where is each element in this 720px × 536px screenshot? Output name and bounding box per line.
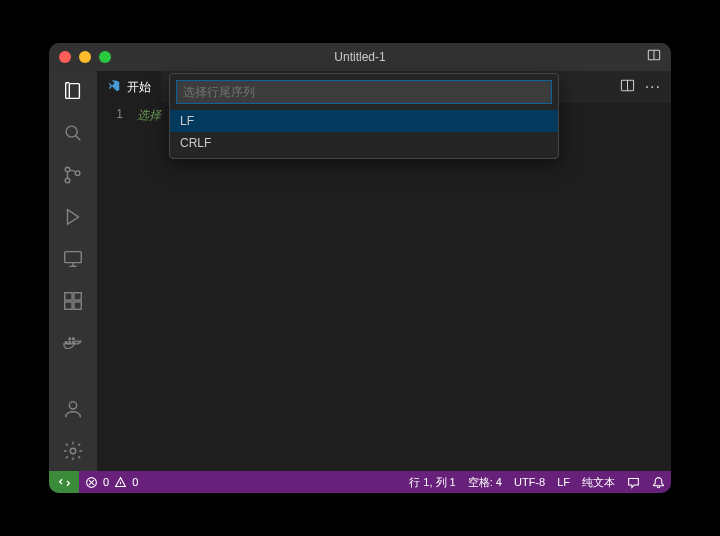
problems-button[interactable]: 0 0 [79,471,144,493]
editor-actions: ··· [620,78,671,97]
quick-pick-list: LF CRLF [170,110,558,158]
notifications-icon[interactable] [646,471,671,493]
svg-point-4 [65,167,70,172]
svg-point-20 [70,448,76,454]
quick-pick-item-crlf[interactable]: CRLF [170,132,558,154]
line-number: 1 [97,103,137,471]
split-editor-icon[interactable] [620,78,635,97]
extensions-icon[interactable] [61,289,85,313]
svg-rect-18 [72,338,75,341]
feedback-icon[interactable] [621,471,646,493]
title-bar: Untitled-1 [49,43,671,71]
svg-line-3 [76,136,81,141]
explorer-icon[interactable] [61,79,85,103]
settings-gear-icon[interactable] [61,439,85,463]
svg-rect-13 [74,293,81,300]
layout-icon[interactable] [647,48,661,66]
indentation-button[interactable]: 空格: 4 [462,471,508,493]
docker-icon[interactable] [61,331,85,355]
svg-rect-12 [74,302,81,309]
tab-label: 开始 [127,79,151,96]
svg-point-2 [66,126,77,137]
app-window: Untitled-1 开始 [49,43,671,493]
status-bar: 0 0 行 1, 列 1 空格: 4 UTF-8 LF 纯文本 [49,471,671,493]
cursor-position[interactable]: 行 1, 列 1 [403,471,461,493]
svg-point-5 [65,178,70,183]
window-title: Untitled-1 [49,50,671,64]
language-mode-button[interactable]: 纯文本 [576,471,621,493]
remote-button[interactable] [49,471,79,493]
tab-welcome[interactable]: 开始 [97,71,161,103]
warning-count: 0 [132,476,138,488]
quick-pick-input[interactable] [176,80,552,104]
quick-pick-panel: LF CRLF [169,73,559,159]
search-icon[interactable] [61,121,85,145]
svg-rect-17 [68,338,71,341]
activity-bar [49,71,97,471]
error-count: 0 [103,476,109,488]
svg-point-19 [69,402,76,409]
svg-rect-11 [65,302,72,309]
svg-point-6 [75,171,80,176]
encoding-button[interactable]: UTF-8 [508,471,551,493]
more-actions-icon[interactable]: ··· [645,78,661,97]
source-control-icon[interactable] [61,163,85,187]
eol-button[interactable]: LF [551,471,576,493]
remote-explorer-icon[interactable] [61,247,85,271]
svg-rect-7 [65,252,82,263]
accounts-icon[interactable] [61,397,85,421]
run-debug-icon[interactable] [61,205,85,229]
svg-rect-10 [65,293,72,300]
vscode-icon [107,79,121,96]
quick-pick-item-lf[interactable]: LF [170,110,558,132]
